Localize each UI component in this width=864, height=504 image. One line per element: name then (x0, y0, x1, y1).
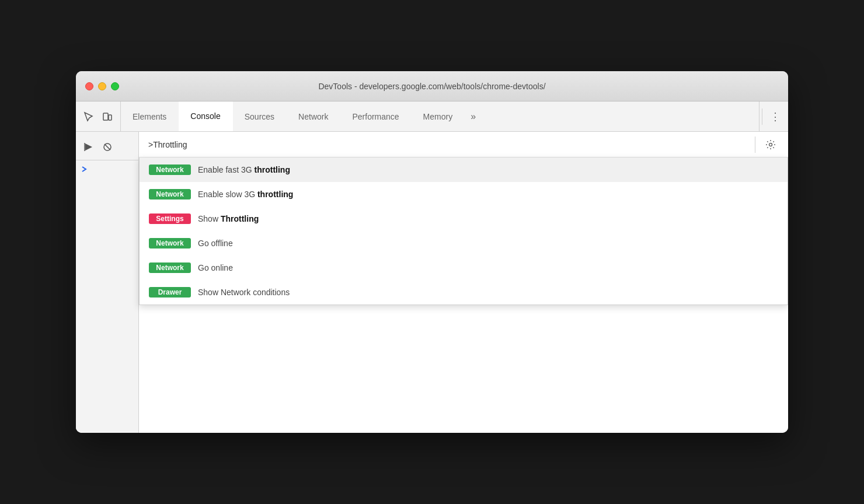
item-text-1: Enable fast 3G throttling (198, 165, 290, 174)
run-button[interactable] (81, 139, 97, 155)
main-area: Network Enable fast 3G throttling Networ… (76, 132, 788, 433)
badge-network-1: Network (149, 164, 191, 175)
expand-arrow[interactable] (76, 160, 92, 179)
dropdown-item-fast3g[interactable]: Network Enable fast 3G throttling (140, 158, 788, 182)
tab-icons (76, 102, 121, 131)
device-toolbar-button[interactable] (99, 108, 116, 125)
item-text-2: Enable slow 3G throttling (198, 190, 293, 199)
badge-network-4: Network (149, 262, 191, 273)
tab-elements[interactable]: Elements (121, 102, 179, 131)
svg-marker-2 (85, 144, 92, 150)
minimize-button[interactable] (98, 82, 106, 90)
badge-settings-1: Settings (149, 214, 191, 224)
tabs-right: ⋮ (759, 102, 788, 131)
tab-network[interactable]: Network (287, 102, 340, 131)
tab-console[interactable]: Console (179, 102, 232, 131)
badge-network-2: Network (149, 189, 191, 200)
titlebar: DevTools - developers.google.com/web/too… (76, 71, 788, 102)
maximize-button[interactable] (111, 82, 119, 90)
tab-memory[interactable]: Memory (412, 102, 465, 131)
svg-point-6 (769, 143, 772, 146)
dropdown-item-slow3g[interactable]: Network Enable slow 3G throttling (140, 182, 788, 206)
tab-performance[interactable]: Performance (340, 102, 411, 131)
badge-drawer-1: Drawer (149, 287, 191, 298)
command-dropdown: Network Enable fast 3G throttling Networ… (139, 158, 788, 305)
close-button[interactable] (85, 82, 93, 90)
dropdown-item-offline[interactable]: Network Go offline (140, 231, 788, 256)
devtools-window: DevTools - developers.google.com/web/too… (76, 71, 788, 433)
item-text-6: Show Network conditions (198, 288, 290, 297)
dropdown-item-drawer[interactable]: Drawer Show Network conditions (140, 280, 788, 304)
traffic-lights (85, 82, 119, 90)
divider (762, 108, 762, 125)
command-right (752, 136, 779, 153)
item-text-3: Show Throttling (198, 214, 259, 223)
tab-sources[interactable]: Sources (233, 102, 287, 131)
window-title: DevTools - developers.google.com/web/too… (318, 82, 545, 91)
tabs-bar: Elements Console Sources Network Perform… (76, 102, 788, 132)
badge-network-3: Network (149, 238, 191, 249)
dropdown-item-settings[interactable]: Settings Show Throttling (140, 206, 788, 231)
content-area: Network Enable fast 3G throttling Networ… (139, 132, 788, 433)
devtools-body: Elements Console Sources Network Perform… (76, 102, 788, 433)
tabs-list: Elements Console Sources Network Perform… (121, 102, 759, 131)
sidebar-toolbar (76, 136, 138, 160)
more-options-button[interactable]: ⋮ (767, 108, 783, 125)
item-text-5: Go online (198, 263, 233, 272)
block-button[interactable] (99, 139, 116, 155)
more-tabs-button[interactable]: » (465, 102, 482, 131)
svg-line-5 (104, 144, 110, 150)
divider (755, 136, 755, 153)
command-input[interactable] (148, 140, 752, 149)
svg-rect-1 (109, 115, 112, 120)
dropdown-item-online[interactable]: Network Go online (140, 256, 788, 280)
command-bar (139, 132, 788, 158)
settings-button[interactable] (762, 136, 779, 153)
sidebar (76, 132, 139, 433)
inspect-element-button[interactable] (81, 108, 97, 125)
item-text-4: Go offline (198, 239, 233, 248)
svg-rect-0 (103, 113, 108, 120)
